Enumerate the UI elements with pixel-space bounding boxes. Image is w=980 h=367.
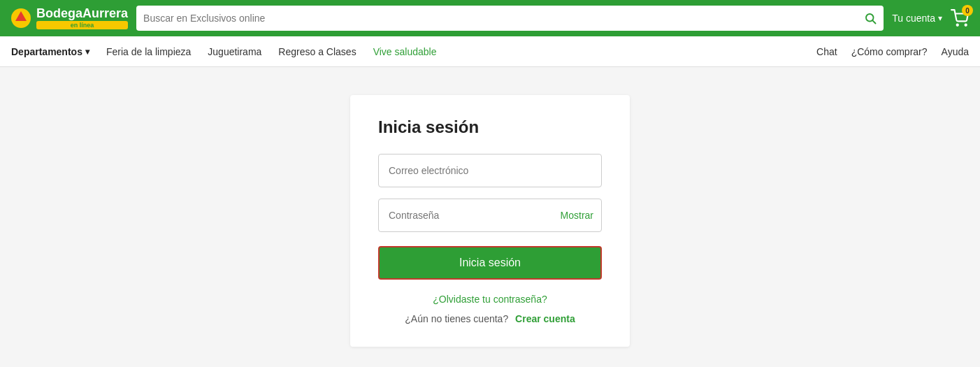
login-title: Inicia sesión bbox=[378, 117, 602, 137]
svg-point-3 bbox=[965, 24, 967, 26]
password-group: Mostrar bbox=[378, 199, 602, 232]
search-bar bbox=[136, 6, 884, 31]
logo-sub: en línea bbox=[36, 21, 128, 29]
no-account-text: ¿Aún no tienes cuenta? bbox=[405, 313, 508, 324]
account-label: Tu cuenta bbox=[892, 13, 935, 24]
svg-line-1 bbox=[873, 20, 876, 23]
nav-como-comprar[interactable]: ¿Cómo comprar? bbox=[851, 46, 928, 57]
svg-point-2 bbox=[957, 24, 958, 26]
nav-departments[interactable]: Departamentos ▾ bbox=[11, 46, 89, 57]
login-card: Inicia sesión Mostrar Inicia sesión ¿Olv… bbox=[350, 95, 630, 347]
chevron-down-icon: ▾ bbox=[938, 13, 942, 23]
email-group bbox=[378, 154, 602, 187]
show-password-button[interactable]: Mostrar bbox=[561, 210, 593, 221]
account-button[interactable]: Tu cuenta ▾ bbox=[892, 13, 942, 24]
main-content: Inicia sesión Mostrar Inicia sesión ¿Olv… bbox=[0, 67, 980, 367]
chevron-down-icon: ▾ bbox=[85, 47, 89, 57]
register-row: ¿Aún no tienes cuenta? Crear cuenta bbox=[378, 313, 602, 324]
nav-regreso[interactable]: Regreso a Clases bbox=[278, 46, 356, 57]
search-input[interactable] bbox=[143, 13, 864, 24]
nav-vive[interactable]: Vive saludable bbox=[373, 46, 437, 57]
nav-ayuda[interactable]: Ayuda bbox=[942, 46, 969, 57]
nav-juguetirama[interactable]: Juguetirama bbox=[208, 46, 261, 57]
cart-badge: 0 bbox=[962, 5, 973, 16]
email-field[interactable] bbox=[378, 154, 602, 187]
cart-button[interactable]: 0 bbox=[951, 9, 969, 27]
search-button[interactable] bbox=[864, 12, 877, 24]
password-wrapper: Mostrar bbox=[378, 199, 602, 232]
main-nav: Departamentos ▾ Feria de la limpieza Jug… bbox=[0, 36, 980, 67]
site-header: Bodega Aurrera en línea Tu cuenta ▾ 0 bbox=[0, 0, 980, 36]
logo-icon bbox=[11, 8, 31, 28]
nav-left: Departamentos ▾ Feria de la limpieza Jug… bbox=[11, 46, 800, 57]
create-account-link[interactable]: Crear cuenta bbox=[515, 313, 575, 324]
logo-name-bold: Aurrera bbox=[82, 7, 128, 20]
logo-name-normal: Bodega bbox=[36, 7, 82, 20]
logo[interactable]: Bodega Aurrera en línea bbox=[11, 7, 128, 29]
forgot-password-link[interactable]: ¿Olvidaste tu contraseña? bbox=[378, 294, 602, 305]
nav-right: Chat ¿Cómo comprar? Ayuda bbox=[816, 46, 969, 57]
nav-feria[interactable]: Feria de la limpieza bbox=[106, 46, 191, 57]
nav-chat[interactable]: Chat bbox=[816, 46, 837, 57]
login-button[interactable]: Inicia sesión bbox=[378, 246, 602, 280]
search-icon bbox=[864, 12, 877, 24]
